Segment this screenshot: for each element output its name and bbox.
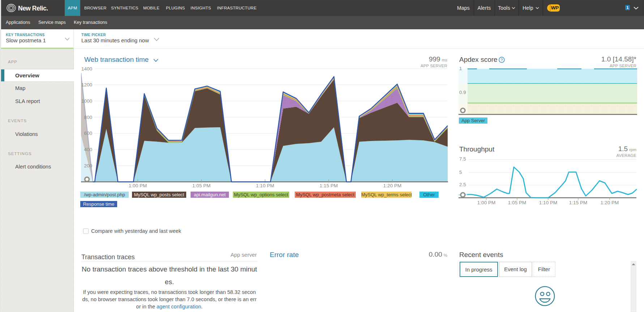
svg-text:1000: 1000 [81, 98, 92, 104]
svg-text:1:05 PM: 1:05 PM [192, 183, 210, 188]
svg-text:600: 600 [84, 131, 92, 136]
svg-text:1200: 1200 [81, 82, 92, 87]
svg-text:1: 1 [459, 67, 462, 71]
svg-text:1:10 PM: 1:10 PM [539, 200, 557, 205]
svg-text:1:20 PM: 1:20 PM [601, 200, 619, 205]
svg-text:1:15 PM: 1:15 PM [320, 183, 338, 188]
svg-text:400: 400 [84, 147, 92, 152]
svg-text:1:15 PM: 1:15 PM [569, 200, 587, 205]
svg-text:800: 800 [84, 115, 92, 120]
svg-text:1:20 PM: 1:20 PM [383, 183, 401, 188]
svg-text:0.9: 0.9 [459, 90, 466, 95]
svg-text:New Relic.: New Relic. [18, 5, 48, 12]
svg-text:1:10 PM: 1:10 PM [256, 183, 274, 188]
svg-text:7.5: 7.5 [459, 156, 466, 162]
svg-text:1400: 1400 [81, 67, 92, 72]
svg-text:1:00 PM: 1:00 PM [129, 183, 147, 188]
svg-text:200: 200 [84, 163, 92, 168]
svg-text:?: ? [500, 58, 503, 62]
svg-text:5: 5 [459, 170, 462, 175]
svg-text:1:00 PM: 1:00 PM [477, 200, 495, 205]
svg-text:1:05 PM: 1:05 PM [508, 200, 526, 205]
svg-text:2.5: 2.5 [459, 182, 466, 187]
